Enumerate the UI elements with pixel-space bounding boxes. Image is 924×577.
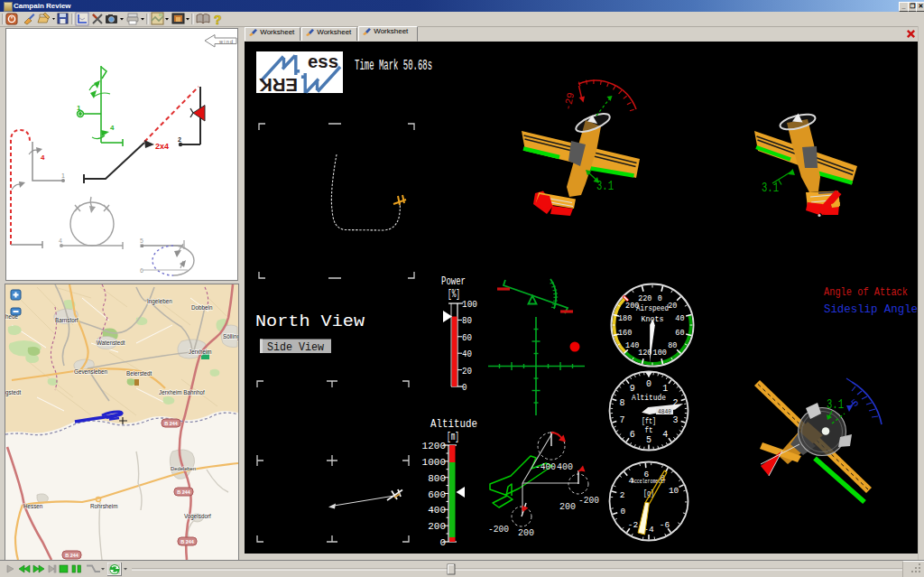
svg-text:-6: -6 bbox=[660, 520, 670, 530]
svg-text:4840: 4840 bbox=[658, 408, 671, 415]
svg-text:2x4: 2x4 bbox=[155, 142, 169, 151]
svg-text:200: 200 bbox=[559, 500, 576, 512]
svg-text:Hessen: Hessen bbox=[23, 503, 43, 509]
svg-text:3.1: 3.1 bbox=[596, 179, 614, 193]
svg-text:40: 40 bbox=[462, 349, 472, 359]
svg-text:100: 100 bbox=[653, 349, 667, 358]
svg-text:2: 2 bbox=[178, 136, 181, 143]
svg-text:[m]: [m] bbox=[447, 431, 459, 443]
svg-text:6: 6 bbox=[140, 267, 143, 274]
svg-text:200: 200 bbox=[518, 526, 534, 538]
svg-text:Time Mark 50.68s: Time Mark 50.68s bbox=[355, 58, 432, 74]
svg-text:4: 4 bbox=[59, 237, 62, 244]
svg-text:B 244: B 244 bbox=[164, 421, 179, 426]
svg-text:7: 7 bbox=[619, 415, 624, 425]
svg-text:Barnstorf: Barnstorf bbox=[55, 317, 79, 323]
svg-text:Airspeed: Airspeed bbox=[636, 304, 669, 313]
svg-text:3: 3 bbox=[672, 415, 678, 425]
svg-text:Gevensleben: Gevensleben bbox=[74, 368, 108, 375]
svg-text:4: 4 bbox=[662, 430, 668, 440]
svg-text:4: 4 bbox=[110, 124, 115, 132]
svg-text:0: 0 bbox=[620, 507, 625, 517]
svg-text:140: 140 bbox=[625, 341, 639, 350]
svg-text:Altitude: Altitude bbox=[632, 394, 666, 403]
svg-text:0: 0 bbox=[658, 294, 662, 303]
svg-text:wind: wind bbox=[218, 39, 233, 44]
svg-text:9: 9 bbox=[630, 384, 635, 394]
svg-text:0: 0 bbox=[462, 382, 467, 393]
svg-text:6: 6 bbox=[630, 430, 635, 440]
svg-text:B 244: B 244 bbox=[65, 553, 79, 558]
svg-text:Jerxheim: Jerxheim bbox=[189, 349, 212, 355]
svg-text:Power: Power bbox=[441, 275, 466, 288]
svg-text:[%]: [%] bbox=[448, 288, 460, 301]
svg-text:2: 2 bbox=[620, 490, 625, 500]
svg-text:ERK: ERK bbox=[258, 75, 298, 95]
svg-text:160: 160 bbox=[618, 329, 632, 338]
svg-text:40: 40 bbox=[675, 314, 684, 323]
svg-text:Angle of Attack: Angle of Attack bbox=[824, 285, 908, 299]
svg-text:-400: -400 bbox=[535, 461, 556, 472]
svg-text:80: 80 bbox=[668, 341, 677, 350]
svg-text:Dedeleben: Dedeleben bbox=[171, 466, 196, 471]
svg-text:1: 1 bbox=[77, 104, 81, 112]
svg-text:5: 5 bbox=[140, 237, 143, 244]
svg-text:?: ? bbox=[214, 13, 222, 27]
svg-text:0: 0 bbox=[439, 537, 446, 548]
svg-text:1: 1 bbox=[61, 172, 65, 179]
svg-text:400: 400 bbox=[557, 461, 573, 472]
svg-text:Watenstedt: Watenstedt bbox=[97, 340, 125, 346]
svg-text:60: 60 bbox=[462, 332, 472, 343]
svg-text:20: 20 bbox=[668, 302, 677, 311]
svg-text:60: 60 bbox=[675, 329, 684, 338]
svg-text:ft: ft bbox=[645, 426, 653, 435]
svg-text:ess: ess bbox=[308, 51, 338, 71]
svg-text:Beierstedt: Beierstedt bbox=[126, 370, 152, 377]
svg-text:Sölling: Sölling bbox=[223, 333, 238, 340]
svg-text:3.1: 3.1 bbox=[827, 397, 844, 412]
svg-text:0: 0 bbox=[646, 379, 651, 389]
svg-text:800: 800 bbox=[428, 473, 446, 484]
svg-text:100: 100 bbox=[462, 299, 477, 310]
svg-text:8: 8 bbox=[619, 398, 624, 408]
svg-text:3.1: 3.1 bbox=[762, 181, 779, 195]
svg-text:1200: 1200 bbox=[422, 441, 446, 451]
svg-text:10: 10 bbox=[669, 486, 679, 496]
svg-text:Vogelsdorf: Vogelsdorf bbox=[184, 513, 211, 520]
svg-text:gstedt: gstedt bbox=[5, 389, 21, 396]
svg-text:180: 180 bbox=[618, 314, 632, 323]
svg-text:200: 200 bbox=[428, 521, 446, 532]
svg-text:-200: -200 bbox=[578, 494, 599, 506]
svg-text:Jerxheim Bahnhof: Jerxheim Bahnhof bbox=[159, 389, 205, 396]
svg-text:Rohrsheim: Rohrsheim bbox=[90, 503, 117, 509]
svg-text:400: 400 bbox=[428, 505, 446, 516]
svg-text:1: 1 bbox=[662, 384, 668, 394]
svg-text:Altitude: Altitude bbox=[430, 418, 477, 431]
svg-text:5: 5 bbox=[646, 435, 651, 445]
svg-text:220: 220 bbox=[638, 294, 651, 303]
svg-text:B 244: B 244 bbox=[177, 489, 191, 495]
svg-text:Side View: Side View bbox=[267, 341, 325, 354]
svg-text:Dobbeln: Dobbeln bbox=[191, 304, 213, 311]
svg-text:North View: North View bbox=[255, 312, 365, 331]
svg-text:[ft]: [ft] bbox=[642, 417, 656, 426]
svg-text:1000: 1000 bbox=[422, 457, 446, 468]
svg-text:600: 600 bbox=[428, 489, 446, 500]
svg-text:Sideslip Angle: Sideslip Angle bbox=[824, 302, 918, 316]
svg-text:-200: -200 bbox=[488, 523, 509, 535]
svg-text:-2: -2 bbox=[628, 520, 639, 530]
svg-text:80: 80 bbox=[462, 315, 472, 326]
svg-text:20: 20 bbox=[462, 366, 472, 377]
svg-text:4: 4 bbox=[41, 154, 45, 162]
svg-text:B 244: B 244 bbox=[180, 539, 195, 544]
svg-text:Ingeleben: Ingeleben bbox=[147, 298, 172, 305]
